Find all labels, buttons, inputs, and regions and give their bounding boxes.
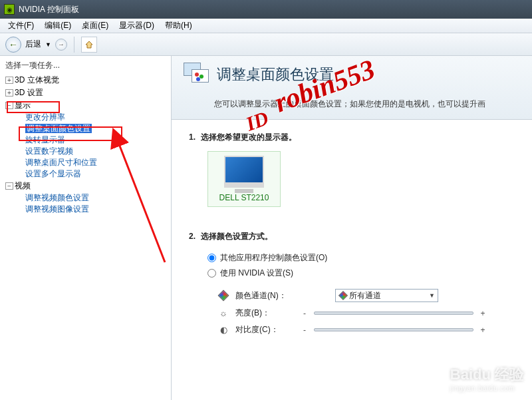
tree-digital-video[interactable]: 设置数字视频	[3, 146, 171, 157]
channel-label: 颜色通道(N)：	[235, 290, 295, 301]
window-titlebar: ◉ NVIDIA 控制面板	[0, 0, 532, 19]
tree-video[interactable]: −视频	[3, 180, 171, 192]
back-label: 后退	[25, 39, 41, 50]
radio-other-app[interactable]	[207, 254, 216, 262]
dropdown-color-icon	[338, 291, 348, 300]
tree-size-position[interactable]: 调整桌面尺寸和位置	[3, 157, 171, 168]
contrast-icon: ◐	[218, 325, 229, 335]
task-label: 选择一项任务...	[0, 59, 171, 73]
nav-tree: +3D 立体视觉 +3D 设置 −显示 更改分辨率 调整桌面颜色设置 旋转显示器…	[0, 73, 171, 215]
tree-rotate-display[interactable]: 旋转显示器	[3, 134, 171, 146]
tree-3d-settings[interactable]: +3D 设置	[3, 87, 171, 99]
radio-other-label: 其他应用程序控制颜色设置(O)	[220, 252, 327, 264]
step1-title: 1.选择您希望更改的显示器。	[189, 132, 515, 143]
radio-nvidia[interactable]	[207, 269, 216, 278]
contrast-max: +	[480, 325, 485, 335]
back-button[interactable]: ←	[5, 37, 21, 53]
menu-file[interactable]: 文件(F)	[3, 20, 39, 31]
menu-display[interactable]: 显示器(D)	[114, 20, 160, 31]
contrast-min: -	[302, 325, 307, 335]
content-pane: 调整桌面颜色设置 您可以调整显示器上的桌面颜色设置；如果您使用的是电视机，也可以…	[172, 56, 532, 400]
brightness-label: 亮度(B)：	[235, 307, 295, 319]
page-description: 您可以调整显示器上的桌面颜色设置；如果您使用的是电视机，也可以提升画	[214, 99, 520, 110]
contrast-slider[interactable]	[314, 328, 473, 331]
tree-video-color[interactable]: 调整视频颜色设置	[3, 192, 171, 204]
toolbar: ← 后退 ▼ →	[0, 33, 532, 56]
tree-change-resolution[interactable]: 更改分辨率	[3, 112, 171, 123]
back-dropdown-icon[interactable]: ▼	[45, 41, 51, 48]
menu-desktop[interactable]: 桌面(E)	[76, 20, 114, 31]
window-title: NVIDIA 控制面板	[19, 4, 79, 15]
brightness-icon: ☼	[218, 308, 229, 319]
tree-display[interactable]: −显示	[3, 99, 171, 112]
nvidia-icon: ◉	[4, 4, 15, 15]
monitor-option[interactable]: DELL ST2210	[207, 151, 281, 207]
forward-button[interactable]: →	[55, 39, 67, 51]
content-header: 调整桌面颜色设置 您可以调整显示器上的桌面颜色设置；如果您使用的是电视机，也可以…	[172, 56, 532, 120]
tree-3d-stereo[interactable]: +3D 立体视觉	[3, 74, 171, 87]
home-button[interactable]	[81, 37, 97, 53]
monitor-icon	[224, 156, 264, 188]
monitor-label: DELL ST2210	[211, 193, 277, 202]
brightness-max: +	[480, 309, 485, 318]
step2-title: 2.选择颜色设置方式。	[189, 231, 515, 242]
color-channel-icon	[218, 290, 229, 301]
brightness-min: -	[302, 309, 307, 318]
sidebar: 选择一项任务... +3D 立体视觉 +3D 设置 −显示 更改分辨率 调整桌面…	[0, 56, 172, 400]
menu-help[interactable]: 帮助(H)	[160, 20, 198, 31]
header-monitors-icon	[184, 63, 210, 87]
brightness-slider[interactable]	[314, 311, 473, 315]
tree-adjust-desktop-color[interactable]: 调整桌面颜色设置	[3, 123, 171, 134]
tree-video-image[interactable]: 调整视频图像设置	[3, 204, 171, 215]
tree-multi-display[interactable]: 设置多个显示器	[3, 168, 171, 180]
toolbar-separator	[74, 37, 74, 53]
channel-dropdown[interactable]: 所有通道 ▼	[335, 289, 438, 302]
radio-nvidia-label: 使用 NVIDIA 设置(S)	[220, 268, 293, 279]
chevron-down-icon: ▼	[429, 292, 435, 299]
page-title: 调整桌面颜色设置	[217, 65, 334, 85]
home-icon	[84, 40, 94, 49]
contrast-label: 对比度(C)：	[235, 324, 295, 335]
channel-value: 所有通道	[349, 290, 381, 301]
menu-edit[interactable]: 编辑(E)	[39, 20, 76, 31]
menubar: 文件(F) 编辑(E) 桌面(E) 显示器(D) 帮助(H)	[0, 19, 532, 33]
